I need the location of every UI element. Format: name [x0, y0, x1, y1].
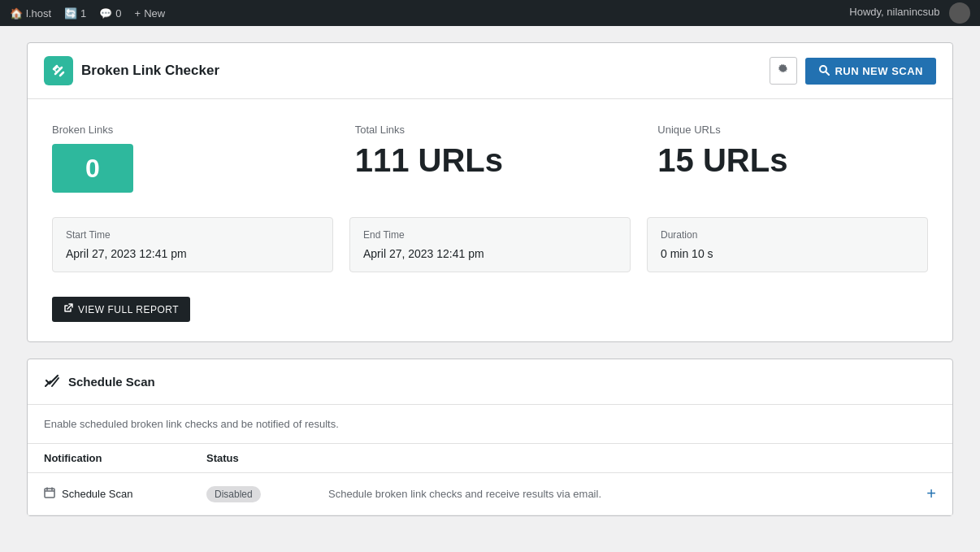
status-column-header: Status [206, 452, 328, 464]
info-boxes: Start Time April 27, 2023 12:41 pm End T… [28, 201, 952, 289]
admin-bar-right: Howdy, nilanincsub [849, 2, 970, 24]
user-avatar [949, 2, 970, 24]
site-link[interactable]: 🏠 l.host [10, 7, 51, 20]
action-row: VIEW FULL REPORT [28, 289, 952, 341]
unique-urls-value: 15 URLs [657, 144, 928, 176]
admin-bar-left: 🏠 l.host 🔄 1 💬 0 + New [10, 7, 165, 20]
plugin-icon [44, 56, 73, 85]
comments-icon: 💬 [99, 7, 112, 20]
updates-link[interactable]: 🔄 1 [64, 7, 86, 20]
schedule-scan-card: Schedule Scan Enable scheduled broken li… [27, 359, 953, 516]
schedule-table-row: Schedule Scan Disabled Schedule broken l… [28, 473, 952, 515]
start-time-label: Start Time [66, 229, 319, 241]
schedule-scan-name: Schedule Scan [62, 488, 132, 500]
run-new-scan-button[interactable]: RUN NEW SCAN [805, 58, 936, 85]
start-time-value: April 27, 2023 12:41 pm [66, 247, 319, 260]
broken-links-label: Broken Links [52, 124, 323, 136]
wordpress-icon: 🏠 [10, 7, 23, 20]
end-time-label: End Time [363, 229, 617, 241]
admin-bar: 🏠 l.host 🔄 1 💬 0 + New Howdy, nilanincsu… [0, 0, 980, 26]
disabled-badge: Disabled [206, 486, 261, 502]
header-actions: RUN NEW SCAN [770, 57, 936, 85]
settings-button[interactable] [770, 57, 797, 85]
start-time-box: Start Time April 27, 2023 12:41 pm [52, 217, 333, 272]
broken-links-value: 0 [52, 144, 133, 193]
description-column-header [328, 452, 904, 464]
schedule-scan-label: Schedule Scan [44, 487, 206, 501]
add-schedule-button[interactable]: + [926, 485, 936, 503]
duration-label: Duration [661, 229, 914, 241]
updates-icon: 🔄 [64, 7, 77, 20]
schedule-scan-status: Disabled [206, 488, 328, 500]
svg-rect-2 [45, 489, 54, 498]
duration-box: Duration 0 min 10 s [647, 217, 928, 272]
new-link[interactable]: + New [135, 7, 166, 20]
plugin-card: Broken Link Checker [27, 42, 953, 342]
view-full-report-button[interactable]: VIEW FULL REPORT [52, 297, 190, 322]
plugin-title: Broken Link Checker [81, 63, 219, 79]
svg-line-1 [826, 72, 829, 75]
end-time-box: End Time April 27, 2023 12:41 pm [349, 217, 631, 272]
external-link-icon [63, 303, 73, 315]
total-links-label: Total Links [355, 124, 626, 136]
main-content: Broken Link Checker [11, 26, 969, 549]
plugin-title-row: Broken Link Checker [44, 56, 219, 85]
schedule-scan-description: Schedule broken link checks and receive … [328, 488, 904, 500]
schedule-table-header: Notification Status [28, 444, 952, 473]
total-links-stat: Total Links 111 URLs [355, 124, 626, 176]
schedule-icon [44, 372, 60, 391]
search-icon [818, 64, 830, 78]
plus-icon: + [135, 7, 141, 20]
stats-section: Broken Links 0 Total Links 111 URLs Uniq… [28, 99, 952, 201]
plugin-header: Broken Link Checker [28, 43, 952, 99]
add-schedule-action: + [904, 485, 936, 503]
settings-icon [777, 63, 790, 79]
notification-column-header: Notification [44, 452, 206, 464]
unique-urls-stat: Unique URLs 15 URLs [657, 124, 928, 176]
unique-urls-label: Unique URLs [657, 124, 928, 136]
duration-value: 0 min 10 s [661, 247, 914, 260]
broken-links-stat: Broken Links 0 [52, 124, 323, 193]
greeting-text: Howdy, nilanincsub [849, 6, 939, 18]
schedule-scan-icon [44, 487, 55, 501]
total-links-value: 111 URLs [355, 144, 626, 176]
comments-link[interactable]: 💬 0 [99, 7, 121, 20]
end-time-value: April 27, 2023 12:41 pm [363, 247, 617, 260]
schedule-desc: Enable scheduled broken link checks and … [28, 405, 952, 444]
schedule-title: Schedule Scan [68, 375, 155, 389]
schedule-header: Schedule Scan [28, 359, 952, 405]
